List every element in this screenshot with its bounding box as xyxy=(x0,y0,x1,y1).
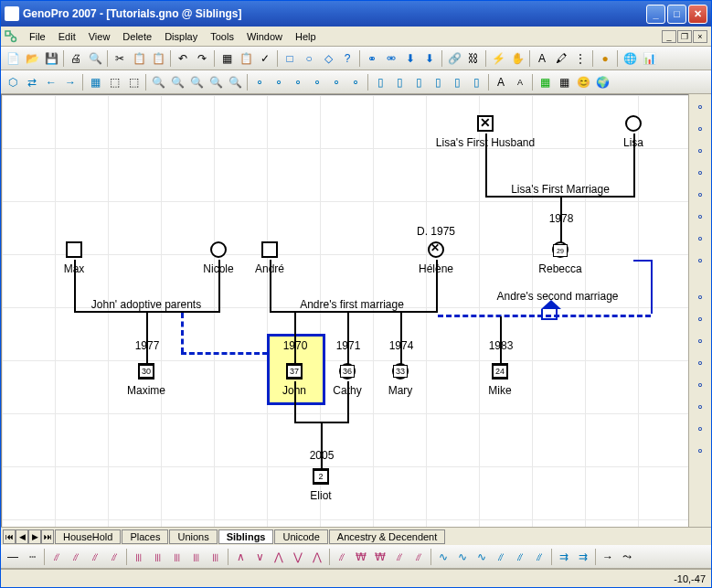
rel-28[interactable]: ⇉ xyxy=(555,548,573,566)
menu-tools[interactable]: Tools xyxy=(204,29,240,44)
rail-btn-13[interactable]: ⚬ xyxy=(691,376,709,394)
menu-display[interactable]: Display xyxy=(158,29,204,44)
pet-button[interactable]: ◇ xyxy=(319,49,337,68)
align-button[interactable]: ⬚ xyxy=(105,73,123,91)
ind-2[interactable]: ▯ xyxy=(390,73,409,91)
zoom-out-button[interactable]: 🔍 xyxy=(168,73,186,91)
geno-5[interactable]: ⚬ xyxy=(327,73,345,91)
rel-18[interactable]: ₩ xyxy=(352,548,370,566)
tab-next-button[interactable]: ▶ xyxy=(28,529,41,544)
maximize-button[interactable]: □ xyxy=(667,5,686,24)
zoom-1-button[interactable]: 🔍 xyxy=(226,73,244,91)
rel-12[interactable]: ∧ xyxy=(231,548,250,566)
ind-5[interactable]: ▯ xyxy=(448,73,466,91)
rel-31[interactable]: ⤳ xyxy=(618,548,636,566)
andre-node[interactable] xyxy=(261,241,278,258)
geno-2[interactable]: ⚬ xyxy=(270,73,288,91)
rel-19[interactable]: ₩ xyxy=(371,548,389,566)
geno-4[interactable]: ⚬ xyxy=(308,73,326,91)
rel-6[interactable]: ⫽ xyxy=(105,548,123,566)
zoom-in-button[interactable]: 🔍 xyxy=(149,73,167,91)
rail-btn-16[interactable]: ⚬ xyxy=(691,442,709,460)
rel-22[interactable]: ∿ xyxy=(434,548,452,566)
unlink-button[interactable]: ⛓ xyxy=(464,49,483,68)
open-button[interactable]: 📂 xyxy=(23,49,41,68)
rail-btn-2[interactable]: ⚬ xyxy=(691,120,709,138)
rel-20[interactable]: ⫽ xyxy=(390,548,409,566)
undo-button[interactable]: ↶ xyxy=(174,49,192,68)
rail-btn-15[interactable]: ⚬ xyxy=(691,420,709,438)
rel-14[interactable]: ⋀ xyxy=(270,548,288,566)
rail-btn-5[interactable]: ⚬ xyxy=(691,186,709,204)
family-button[interactable]: ⚭ xyxy=(363,49,381,68)
tab-prev-button[interactable]: ◀ xyxy=(16,529,28,544)
female-button[interactable]: ○ xyxy=(300,49,318,68)
rel-29[interactable]: ⇉ xyxy=(574,548,592,566)
ind-3[interactable]: ▯ xyxy=(409,73,428,91)
tab-unicode[interactable]: Unicode xyxy=(274,529,327,544)
rail-btn-11[interactable]: ⚬ xyxy=(691,332,709,350)
bolt-button[interactable]: ⚡ xyxy=(489,49,507,68)
rel-2[interactable]: ┄ xyxy=(23,548,41,566)
tab-ancestry[interactable]: Ancestry & Decendent xyxy=(329,529,445,544)
ind-6[interactable]: ▯ xyxy=(467,73,485,91)
copy-button[interactable]: 📋 xyxy=(130,49,148,68)
rel-27[interactable]: ⫽ xyxy=(530,548,548,566)
rel-8[interactable]: ⫼ xyxy=(149,548,167,566)
marker-button[interactable]: 🖍 xyxy=(552,49,570,68)
rel-7[interactable]: ⫼ xyxy=(130,548,148,566)
tab-last-button[interactable]: ⏭ xyxy=(41,529,54,544)
bullets-button[interactable]: ⋮ xyxy=(571,49,590,68)
menu-help[interactable]: Help xyxy=(289,29,323,44)
tree-button[interactable]: ⬡ xyxy=(4,73,22,91)
text-button[interactable]: A xyxy=(533,49,551,68)
rail-btn-8[interactable]: ⚬ xyxy=(691,251,709,270)
ind-1[interactable]: ▯ xyxy=(371,73,389,91)
spell-button[interactable]: ✓ xyxy=(256,49,274,68)
rel-25[interactable]: ⫽ xyxy=(492,548,510,566)
mdi-close-button[interactable]: × xyxy=(693,30,707,43)
world-button[interactable]: 🌐 xyxy=(621,49,639,68)
rail-btn-7[interactable]: ⚬ xyxy=(691,230,709,248)
rel-13[interactable]: ∨ xyxy=(250,548,269,566)
close-button[interactable]: ✕ xyxy=(688,5,707,24)
geno-1[interactable]: ⚬ xyxy=(250,73,269,91)
rel-23[interactable]: ∿ xyxy=(453,548,472,566)
male-button[interactable]: □ xyxy=(281,49,299,68)
menu-delete[interactable]: Delete xyxy=(116,29,158,44)
link-button[interactable]: 🔗 xyxy=(445,49,463,68)
redo-button[interactable]: ↷ xyxy=(193,49,211,68)
rel-26[interactable]: ⫽ xyxy=(511,548,529,566)
cut-button[interactable]: ✂ xyxy=(111,49,129,68)
color-toggle-button[interactable]: ▦ xyxy=(555,73,573,91)
tab-siblings[interactable]: Siblings xyxy=(218,529,274,544)
lisa-node[interactable] xyxy=(625,115,642,132)
rail-btn-6[interactable]: ⚬ xyxy=(691,208,709,226)
hand-button[interactable]: ✋ xyxy=(508,49,526,68)
mdi-restore-button[interactable]: ❐ xyxy=(677,30,692,43)
menu-edit[interactable]: Edit xyxy=(52,29,82,44)
arrow-r-button[interactable]: → xyxy=(61,73,80,91)
grid-button[interactable]: ▦ xyxy=(86,73,104,91)
rail-btn-3[interactable]: ⚬ xyxy=(691,142,709,160)
parents-button[interactable]: ⚮ xyxy=(382,49,400,68)
rel-5[interactable]: ⫽ xyxy=(86,548,104,566)
rel-30[interactable]: → xyxy=(599,548,617,566)
zoom-fit-button[interactable]: 🔍 xyxy=(187,73,206,91)
daughter-button[interactable]: ⬇ xyxy=(420,49,439,68)
smiley-button[interactable]: 😊 xyxy=(574,73,592,91)
rel-17[interactable]: ⫽ xyxy=(333,548,351,566)
tab-household[interactable]: HouseHold xyxy=(55,529,121,544)
tab-first-button[interactable]: ⏮ xyxy=(3,529,16,544)
rail-btn-4[interactable]: ⚬ xyxy=(691,164,709,182)
rel-24[interactable]: ∿ xyxy=(473,548,491,566)
table-button[interactable]: ▦ xyxy=(218,49,236,68)
rel-15[interactable]: ⋁ xyxy=(289,548,307,566)
tab-places[interactable]: Places xyxy=(122,529,168,544)
rel-1[interactable]: — xyxy=(4,548,22,566)
max-node[interactable] xyxy=(66,241,82,258)
rel-21[interactable]: ⫽ xyxy=(409,548,428,566)
arrow-lr-button[interactable]: ⇄ xyxy=(23,73,41,91)
print-button[interactable]: 🖨 xyxy=(67,49,85,68)
rail-btn-1[interactable]: ⚬ xyxy=(691,98,709,116)
